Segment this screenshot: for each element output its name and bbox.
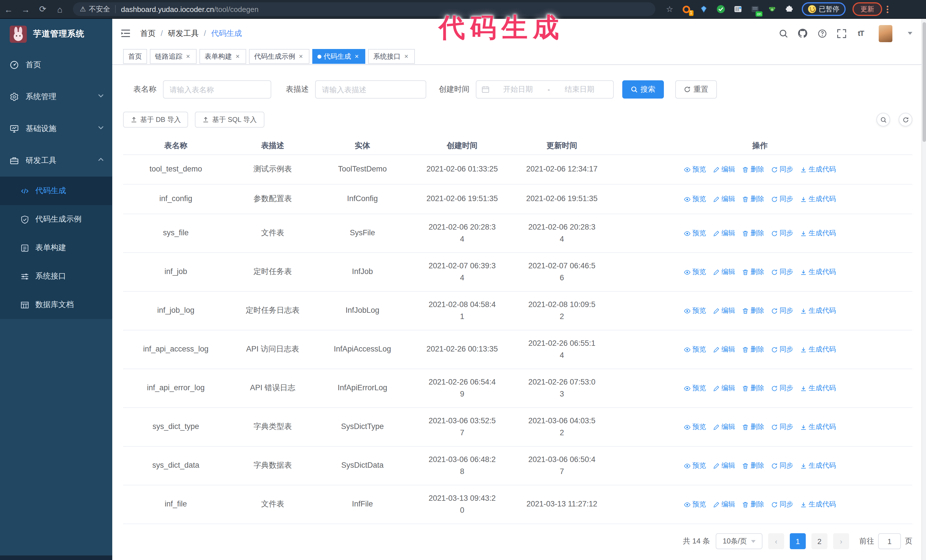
edit-link[interactable]: 编辑 [713,228,735,238]
sync-link[interactable]: 同步 [771,267,793,277]
edit-link[interactable]: 编辑 [713,344,735,355]
tab-home[interactable]: 首页 [123,49,147,64]
sync-link[interactable]: 同步 [771,499,793,510]
browser-forward-icon[interactable]: → [17,4,34,14]
sync-link[interactable]: 同步 [771,194,793,204]
tab-close-icon[interactable]: × [185,50,191,63]
tab-form-builder[interactable]: 表单构建× [200,49,246,64]
delete-link[interactable]: 删除 [742,194,764,204]
extension-monkey-icon[interactable] [767,4,777,14]
edit-link[interactable]: 编辑 [713,267,735,277]
search-icon[interactable] [778,29,788,38]
next-page-button[interactable]: › [833,533,849,549]
search-button[interactable]: 搜索 [622,80,664,98]
delete-link[interactable]: 删除 [742,344,764,355]
hamburger-icon[interactable] [121,29,130,38]
delete-link[interactable]: 删除 [742,460,764,471]
sync-link[interactable]: 同步 [771,228,793,238]
table-desc-input[interactable] [315,80,426,98]
edit-link[interactable]: 编辑 [713,305,735,316]
sidebar-item-database-docs[interactable]: 数据库文档 [0,291,112,319]
scrollbar-thumb[interactable] [923,22,926,142]
logo-row[interactable]: 芋道管理系统 [0,19,112,49]
delete-link[interactable]: 删除 [742,267,764,277]
sync-link[interactable]: 同步 [771,164,793,175]
delete-link[interactable]: 删除 [742,383,764,393]
breadcrumb-dev-tools[interactable]: 研发工具 [168,28,199,38]
edit-link[interactable]: 编辑 [713,194,735,204]
extension-dark-on-icon[interactable]: on [750,4,760,14]
sidebar-horizontal-scrollbar[interactable] [0,555,112,560]
refresh-table-button[interactable] [899,113,912,127]
preview-link[interactable]: 预览 [684,499,706,510]
profile-paused-pill[interactable]: 已暂停 [802,2,846,16]
font-size-icon[interactable]: tT [856,29,865,38]
import-sql-button[interactable]: 基于 SQL 导入 [195,112,264,128]
sidebar-item-dev-tools[interactable]: 研发工具 [0,145,112,177]
preview-link[interactable]: 预览 [684,194,706,204]
sync-link[interactable]: 同步 [771,305,793,316]
sidebar-item-codegen[interactable]: 代码生成 [0,177,112,205]
tab-close-icon[interactable]: × [298,50,304,63]
preview-link[interactable]: 预览 [684,460,706,471]
browser-reload-icon[interactable]: ⟳ [34,4,51,14]
reset-button[interactable]: 重置 [675,80,717,98]
extension-columns-icon[interactable] [733,4,743,14]
update-button[interactable]: 更新 [852,2,882,16]
preview-link[interactable]: 预览 [684,383,706,393]
tab-close-icon[interactable]: × [353,50,360,63]
preview-link[interactable]: 预览 [684,305,706,316]
edit-link[interactable]: 编辑 [713,499,735,510]
avatar-caret-down-icon[interactable] [908,32,912,35]
preview-link[interactable]: 预览 [684,267,706,277]
generate-code-link[interactable]: 生成代码 [800,164,836,175]
generate-code-link[interactable]: 生成代码 [800,344,836,355]
github-icon[interactable] [798,29,808,38]
tab-close-icon[interactable]: × [403,50,410,63]
date-range-picker[interactable]: 开始日期 - 结束日期 [476,80,614,98]
browser-back-icon[interactable]: ← [0,4,17,14]
browser-home-icon[interactable]: ⌂ [51,4,68,14]
generate-code-link[interactable]: 生成代码 [800,499,836,510]
preview-link[interactable]: 预览 [684,164,706,175]
help-icon[interactable] [817,29,827,38]
preview-link[interactable]: 预览 [684,344,706,355]
generate-code-link[interactable]: 生成代码 [800,305,836,316]
browser-menu-dots-icon[interactable] [887,8,888,10]
delete-link[interactable]: 删除 [742,421,764,432]
sidebar-item-codegen-example[interactable]: 代码生成示例 [0,205,112,234]
extension-orange-ring-icon[interactable]: 1 [682,4,691,14]
edit-link[interactable]: 编辑 [713,460,735,471]
toggle-search-button[interactable] [876,113,890,127]
generate-code-link[interactable]: 生成代码 [800,267,836,277]
sidebar-item-form-builder[interactable]: 表单构建 [0,234,112,262]
generate-code-link[interactable]: 生成代码 [800,383,836,393]
table-name-input[interactable] [163,80,271,98]
generate-code-link[interactable]: 生成代码 [800,228,836,238]
goto-page-input[interactable] [878,533,901,549]
address-bar[interactable]: ⚠ 不安全 dashboard.yudao.iocoder.cn/tool/co… [73,2,655,16]
extensions-puzzle-icon[interactable] [784,4,794,14]
delete-link[interactable]: 删除 [742,228,764,238]
delete-link[interactable]: 删除 [742,305,764,316]
tab-trace[interactable]: 链路追踪× [150,49,197,64]
tab-system-api[interactable]: 系统接口× [368,49,415,64]
end-date-field[interactable]: 结束日期 [551,84,608,95]
fullscreen-icon[interactable] [837,29,846,38]
page-button-1[interactable]: 1 [790,533,806,549]
delete-link[interactable]: 删除 [742,164,764,175]
sidebar-item-home[interactable]: 首页 [0,49,112,81]
sidebar-item-system-management[interactable]: 系统管理 [0,81,112,113]
page-size-select[interactable]: 10条/页 [716,533,763,549]
generate-code-link[interactable]: 生成代码 [800,194,836,204]
sidebar-item-infrastructure[interactable]: 基础设施 [0,113,112,145]
extension-green-check-icon[interactable] [716,4,725,14]
sync-link[interactable]: 同步 [771,460,793,471]
tab-close-icon[interactable]: × [234,50,241,63]
sidebar-item-system-api[interactable]: 系统接口 [0,262,112,291]
edit-link[interactable]: 编辑 [713,164,735,175]
page-scrollbar[interactable] [921,19,926,560]
preview-link[interactable]: 预览 [684,421,706,432]
delete-link[interactable]: 删除 [742,499,764,510]
generate-code-link[interactable]: 生成代码 [800,460,836,471]
